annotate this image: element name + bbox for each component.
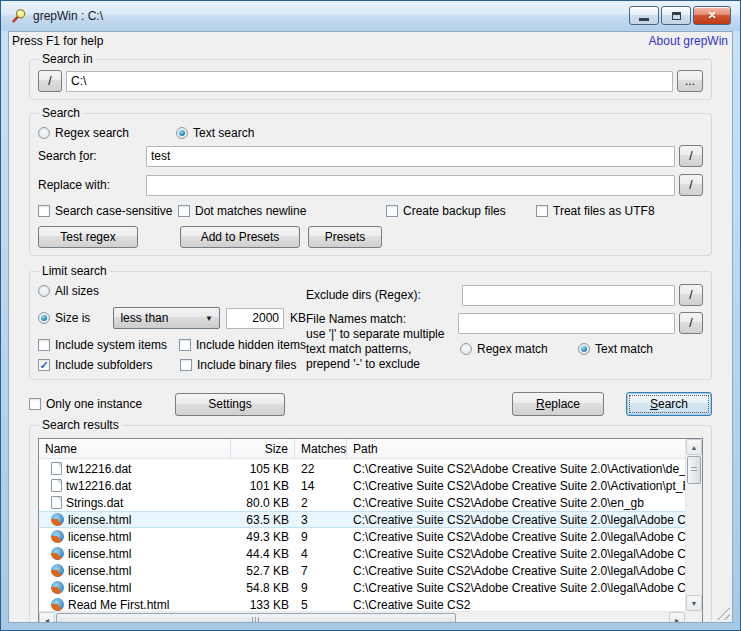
exclude-dirs-label: Exclude dirs (Regex): <box>306 288 458 302</box>
browse-folder-button[interactable]: ... <box>677 70 703 92</box>
checkbox-icon <box>38 359 50 371</box>
arrow-up-icon: ▲ <box>691 444 698 451</box>
all-sizes-radio[interactable]: All sizes <box>38 284 99 298</box>
titlebar[interactable]: grepWin : C:\ ✕ <box>1 1 740 31</box>
exclude-dirs-regex-button[interactable]: / <box>679 284 703 306</box>
document-file-icon <box>51 496 62 509</box>
magnifier-app-icon <box>11 8 27 24</box>
dot-matches-newline-label: Dot matches newline <box>195 204 306 218</box>
regex-match-radio[interactable]: Regex match <box>460 342 578 356</box>
file-path: C:\Creative Suite CS2\Adobe Creative Sui… <box>347 513 685 527</box>
file-size: 101 KB <box>231 479 295 493</box>
vertical-scrollbar[interactable]: ▲ ▼ <box>685 439 702 611</box>
column-header-name[interactable]: Name <box>39 439 231 459</box>
size-unit-label: KB <box>290 311 306 325</box>
settings-button[interactable]: Settings <box>175 393 285 416</box>
checkbox-icon <box>38 205 50 217</box>
replace-with-regex-button[interactable]: / <box>679 174 703 196</box>
utf8-checkbox[interactable]: Treat files as UTF8 <box>536 204 655 218</box>
search-for-input[interactable] <box>146 146 675 167</box>
help-text: Press F1 for help <box>12 34 103 50</box>
include-subfolders-checkbox[interactable]: Include subfolders <box>38 358 180 372</box>
include-hidden-checkbox[interactable]: Include hidden items <box>179 338 306 352</box>
firefox-file-icon <box>51 598 64 611</box>
results-list: Name Size Matches Path tw12216.dat 105 K… <box>38 438 703 623</box>
scroll-up-button[interactable]: ▲ <box>686 439 702 455</box>
column-header-matches[interactable]: Matches <box>295 439 347 459</box>
replace-button[interactable]: Replace <box>512 392 604 416</box>
scroll-down-button[interactable]: ▼ <box>686 595 702 611</box>
dot-matches-newline-checkbox[interactable]: Dot matches newline <box>178 204 386 218</box>
result-row[interactable]: Read Me First.html 133 KB 5 C:\Creative … <box>39 596 685 611</box>
search-button[interactable]: Search <box>626 392 712 416</box>
search-in-legend: Search in <box>39 52 96 66</box>
firefox-file-icon <box>51 564 64 577</box>
checkbox-icon <box>536 205 548 217</box>
result-row[interactable]: license.html 52.7 KB 7 C:\Creative Suite… <box>39 562 685 579</box>
file-matches: 14 <box>295 479 347 493</box>
search-in-regex-toggle-button[interactable]: / <box>38 70 62 92</box>
only-one-instance-checkbox[interactable]: Only one instance <box>29 397 169 411</box>
file-name: license.html <box>68 530 131 544</box>
text-match-radio[interactable]: Text match <box>578 342 653 356</box>
checkbox-icon <box>178 205 190 217</box>
radio-icon <box>176 127 188 139</box>
file-names-regex-button[interactable]: / <box>679 312 703 334</box>
radio-icon <box>38 312 50 324</box>
result-row[interactable]: tw12216.dat 101 KB 14 C:\Creative Suite … <box>39 477 685 494</box>
minimize-button[interactable] <box>629 6 659 25</box>
radio-icon <box>38 285 50 297</box>
result-row[interactable]: Strings.dat 80.0 KB 2 C:\Creative Suite … <box>39 494 685 511</box>
include-binary-checkbox[interactable]: Include binary files <box>180 358 296 372</box>
case-sensitive-checkbox[interactable]: Search case-sensitive <box>38 204 178 218</box>
result-row[interactable]: license.html 49.3 KB 9 C:\Creative Suite… <box>39 528 685 545</box>
size-is-label: Size is <box>55 311 90 325</box>
column-header-path[interactable]: Path <box>347 439 685 459</box>
text-search-radio[interactable]: Text search <box>176 126 254 140</box>
size-is-radio[interactable]: Size is <box>38 311 107 325</box>
scroll-right-button[interactable]: ► <box>669 612 685 623</box>
text-search-label: Text search <box>193 126 254 140</box>
result-row[interactable]: license.html 54.8 KB 9 C:\Creative Suite… <box>39 579 685 596</box>
file-matches: 9 <box>295 581 347 595</box>
result-row[interactable]: license.html 63.5 KB 3 C:\Creative Suite… <box>39 511 685 528</box>
checkbox-icon <box>38 339 50 351</box>
file-matches: 22 <box>295 462 347 476</box>
regex-search-radio[interactable]: Regex search <box>38 126 176 140</box>
size-value-input[interactable] <box>226 308 284 329</box>
include-system-checkbox[interactable]: Include system items <box>38 338 179 352</box>
search-legend: Search <box>39 106 83 120</box>
file-names-match-input[interactable] <box>458 313 675 334</box>
maximize-button[interactable] <box>661 6 691 25</box>
search-for-regex-button[interactable]: / <box>679 145 703 167</box>
column-header-size[interactable]: Size <box>231 439 295 459</box>
file-path: C:\Creative Suite CS2\Adobe Creative Sui… <box>347 479 685 493</box>
test-regex-button[interactable]: Test regex <box>38 226 138 248</box>
create-backup-checkbox[interactable]: Create backup files <box>386 204 536 218</box>
replace-with-input[interactable] <box>146 175 675 196</box>
size-operator-dropdown[interactable]: less than ▼ <box>113 307 220 329</box>
file-path: C:\Creative Suite CS2\Adobe Creative Sui… <box>347 547 685 561</box>
result-row[interactable]: license.html 44.4 KB 4 C:\Creative Suite… <box>39 545 685 562</box>
horizontal-scrollbar[interactable]: ◄ ► <box>39 611 685 623</box>
vertical-scroll-thumb[interactable] <box>687 456 701 484</box>
presets-button[interactable]: Presets <box>308 226 382 248</box>
include-hidden-label: Include hidden items <box>196 338 306 352</box>
file-path: C:\Creative Suite CS2 <box>347 598 685 612</box>
window-controls: ✕ <box>629 6 731 25</box>
search-in-path-input[interactable] <box>66 71 673 92</box>
result-row[interactable]: tw12216.dat 105 KB 22 C:\Creative Suite … <box>39 460 685 477</box>
file-matches: 5 <box>295 598 347 612</box>
file-size: 105 KB <box>231 462 295 476</box>
resize-grip[interactable] <box>717 607 730 620</box>
arrow-down-icon: ▼ <box>691 600 698 607</box>
close-button[interactable]: ✕ <box>693 6 731 25</box>
exclude-dirs-input[interactable] <box>462 285 675 306</box>
checkbox-icon <box>180 359 192 371</box>
scroll-left-button[interactable]: ◄ <box>39 612 55 623</box>
replace-with-label: Replace with: <box>38 178 142 192</box>
add-to-presets-button[interactable]: Add to Presets <box>180 226 300 248</box>
about-grepwin-link[interactable]: About grepWin <box>649 34 728 50</box>
horizontal-scroll-thumb[interactable] <box>56 613 456 623</box>
file-name: license.html <box>68 564 131 578</box>
